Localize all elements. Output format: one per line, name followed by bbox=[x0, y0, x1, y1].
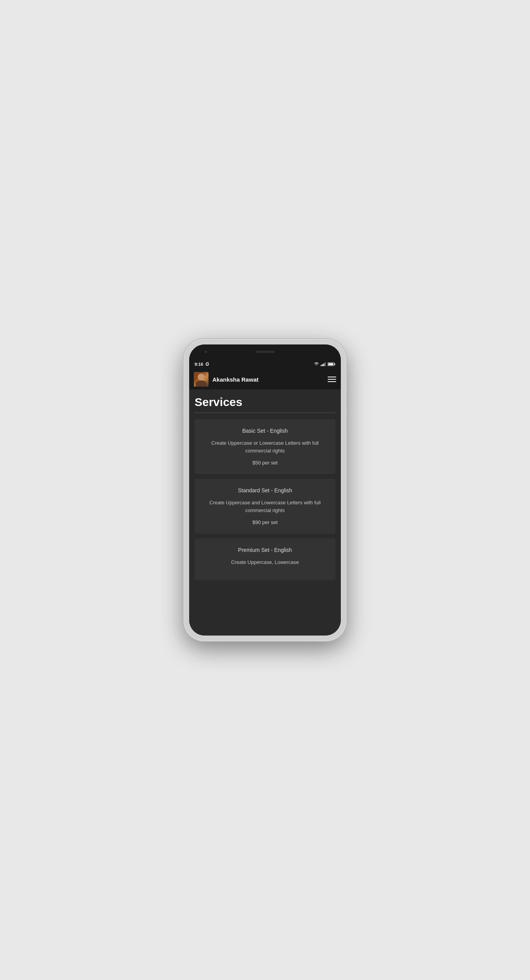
main-content[interactable]: Services Basic Set - English Create Uppe… bbox=[189, 389, 341, 636]
page-title: Services bbox=[195, 396, 335, 409]
svg-rect-1 bbox=[322, 364, 323, 366]
nav-bar: Akanksha Rawat bbox=[189, 369, 341, 389]
service-price-basic: $50 per set bbox=[201, 460, 329, 466]
svg-rect-5 bbox=[335, 363, 335, 365]
svg-rect-0 bbox=[321, 365, 322, 366]
nav-user-name: Akanksha Rawat bbox=[212, 376, 324, 383]
wifi-icon bbox=[314, 362, 319, 366]
status-bar: 9:16 G bbox=[189, 359, 341, 369]
service-description-basic: Create Uppercase or Lowercase Letters wi… bbox=[201, 439, 329, 454]
camera-lens bbox=[204, 350, 208, 354]
service-card-basic[interactable]: Basic Set - English Create Uppercase or … bbox=[195, 419, 335, 474]
service-name-basic: Basic Set - English bbox=[201, 428, 329, 434]
phone-screen: 9:16 G bbox=[189, 344, 341, 636]
service-name-standard: Standard Set - English bbox=[201, 487, 329, 493]
service-description-standard: Create Uppercase and Lowercase Letters w… bbox=[201, 499, 329, 514]
battery-icon bbox=[328, 362, 335, 366]
phone-device: 9:16 G bbox=[184, 339, 346, 641]
avatar bbox=[194, 372, 209, 387]
speaker-grille bbox=[255, 351, 275, 353]
service-description-premium: Create Uppercase, Lowercase bbox=[201, 559, 329, 566]
hamburger-line-3 bbox=[328, 381, 336, 382]
hamburger-menu-button[interactable] bbox=[328, 377, 336, 382]
svg-rect-3 bbox=[325, 362, 326, 366]
carrier-icon: G bbox=[205, 362, 209, 367]
hamburger-line-1 bbox=[328, 377, 336, 377]
hamburger-line-2 bbox=[328, 379, 336, 380]
phone-top-notch bbox=[189, 344, 341, 359]
title-divider bbox=[195, 413, 335, 413]
service-price-standard: $90 per set bbox=[201, 519, 329, 525]
svg-rect-2 bbox=[323, 363, 325, 366]
status-right bbox=[314, 362, 335, 366]
time-display: 9:16 bbox=[195, 362, 203, 367]
avatar-image bbox=[194, 372, 209, 387]
status-left: 9:16 G bbox=[195, 362, 209, 367]
service-card-standard[interactable]: Standard Set - English Create Uppercase … bbox=[195, 479, 335, 534]
signal-icon bbox=[321, 362, 326, 366]
service-name-premium: Premium Set - English bbox=[201, 547, 329, 553]
svg-rect-6 bbox=[328, 363, 333, 365]
service-card-premium[interactable]: Premium Set - English Create Uppercase, … bbox=[195, 538, 335, 580]
